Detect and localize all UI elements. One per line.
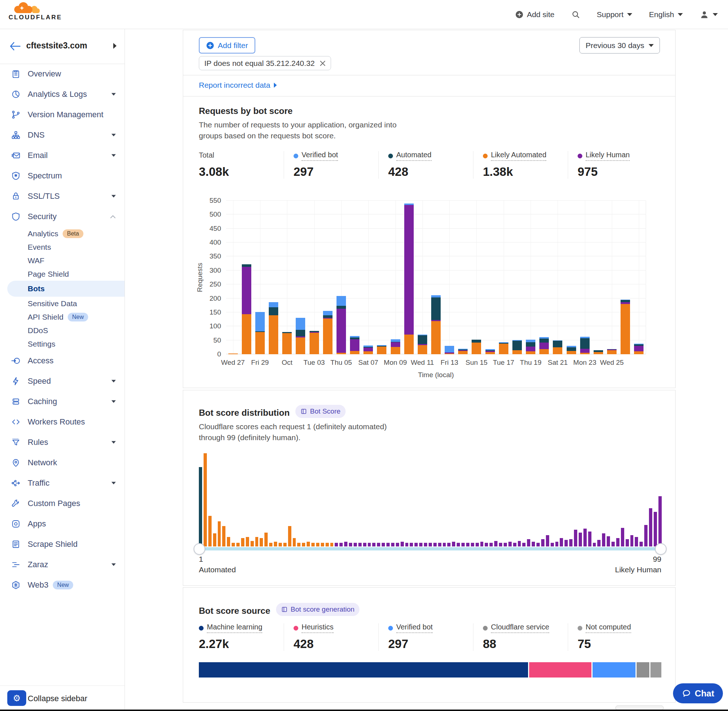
bar-segment-likely-automated bbox=[242, 314, 251, 354]
filter-chip[interactable]: IP does not equal 35.212.240.32 bbox=[199, 56, 331, 70]
sidebar-item-access[interactable]: Access bbox=[0, 351, 124, 371]
bar-segment-likely-automated bbox=[350, 351, 359, 354]
sidebar: cftestsite3.com OverviewAnalytics & Logs… bbox=[0, 29, 125, 711]
sidebar-item-sensitive-data[interactable]: Sensitive Data bbox=[0, 297, 124, 310]
sidebar-item-security[interactable]: Security bbox=[0, 207, 124, 227]
bot-score-doc-badge[interactable]: Bot Score bbox=[295, 405, 345, 418]
bar-segment-likely-automated bbox=[539, 349, 549, 354]
bar-segment-automated bbox=[472, 340, 481, 342]
sidebar-item-version-management[interactable]: Version Management bbox=[0, 105, 124, 125]
sidebar-item-waf[interactable]: WAF bbox=[0, 254, 124, 267]
chat-button[interactable]: Chat bbox=[673, 683, 723, 704]
cloudflare-logo[interactable]: CLOUDFLARE bbox=[8, 1, 63, 21]
sidebar-item-scrape-shield[interactable]: Scrape Shield bbox=[0, 534, 124, 555]
y-tick-label: 500 bbox=[210, 210, 221, 218]
sidebar-item-analytics-logs[interactable]: Analytics & Logs bbox=[0, 84, 124, 105]
back-arrow-icon[interactable] bbox=[9, 41, 21, 51]
bar-segment-likely-automated bbox=[377, 347, 386, 354]
sidebar-item-ddos[interactable]: DDoS bbox=[0, 324, 124, 337]
sidebar-item-network[interactable]: Network bbox=[0, 453, 124, 473]
sidebar-item-web3[interactable]: Web3New bbox=[0, 575, 124, 595]
sidebar-item-overview[interactable]: Overview bbox=[0, 64, 124, 84]
sidebar-item-traffic[interactable]: Traffic bbox=[0, 473, 124, 493]
stat-label[interactable]: Machine learning bbox=[207, 623, 262, 633]
stat-likely-automated: Likely Automated1.38k bbox=[473, 151, 568, 179]
pie-chart-icon bbox=[11, 90, 21, 99]
bar-segment-likely-automated bbox=[391, 347, 400, 354]
x-tick-label: Wed 25 bbox=[600, 358, 624, 367]
sidebar-item-speed[interactable]: Speed bbox=[0, 371, 124, 391]
bot-score-generation-doc-badge[interactable]: Bot score generation bbox=[276, 603, 359, 616]
sidebar-item-apps[interactable]: Apps bbox=[0, 514, 124, 534]
sidebar-item-page-shield[interactable]: Page Shield bbox=[0, 267, 124, 281]
report-incorrect-data-link[interactable]: Report incorrect data bbox=[199, 81, 277, 90]
y-tick-label: 250 bbox=[210, 280, 221, 288]
stat-value: 428 bbox=[294, 637, 378, 651]
stat-total: Total3.08k bbox=[199, 151, 284, 179]
date-range-select[interactable]: Previous 30 days bbox=[579, 37, 660, 53]
stat-label[interactable]: Verified bot bbox=[396, 623, 433, 633]
sidebar-item-caching[interactable]: Caching bbox=[0, 391, 124, 412]
sidebar-item-analytics[interactable]: AnalyticsBeta bbox=[0, 227, 124, 240]
chart-bar bbox=[499, 201, 508, 354]
account-menu[interactable] bbox=[700, 10, 718, 19]
search-button[interactable] bbox=[571, 10, 580, 19]
sidebar-item-events[interactable]: Events bbox=[0, 240, 124, 254]
slider-handle-max[interactable] bbox=[655, 543, 666, 555]
bar-segment-likely-human bbox=[391, 342, 400, 347]
add-site-button[interactable]: Add site bbox=[515, 10, 555, 19]
card-title: Requests by bot score bbox=[199, 106, 292, 116]
stat-label[interactable]: Cloudflare service bbox=[491, 623, 549, 633]
histogram-bar-score-21 bbox=[293, 538, 296, 546]
histogram-bar-score-36 bbox=[363, 543, 366, 546]
y-tick-label: 0 bbox=[217, 350, 221, 358]
chart-bar bbox=[594, 201, 603, 354]
bar-segment-likely-automated bbox=[310, 333, 319, 354]
histogram-bar-score-98 bbox=[654, 512, 657, 546]
stat-label[interactable]: Verified bot bbox=[301, 151, 338, 161]
y-tick-label: 300 bbox=[210, 267, 221, 274]
stat-value: 297 bbox=[388, 637, 473, 651]
language-menu[interactable]: English bbox=[649, 10, 683, 19]
close-icon[interactable] bbox=[320, 60, 326, 66]
sidebar-item-dns[interactable]: DNS bbox=[0, 125, 124, 145]
stat-label[interactable]: Not computed bbox=[586, 623, 631, 633]
sidebar-item-ssl-tls[interactable]: SSL/TLS bbox=[0, 186, 124, 207]
sidebar-item-settings[interactable]: Settings bbox=[0, 337, 124, 351]
stat-label[interactable]: Likely Human bbox=[586, 151, 630, 161]
cloudflare-cloud-icon bbox=[8, 1, 44, 15]
sidebar-nav: OverviewAnalytics & LogsVersion Manageme… bbox=[0, 64, 124, 595]
sidebar-item-email[interactable]: Email bbox=[0, 145, 124, 166]
support-menu[interactable]: Support bbox=[597, 10, 633, 19]
sidebar-item-spectrum[interactable]: Spectrum bbox=[0, 166, 124, 186]
site-switcher-caret-icon[interactable] bbox=[113, 43, 117, 49]
stat-label[interactable]: Heuristics bbox=[301, 623, 334, 633]
plus-circle-icon bbox=[515, 10, 523, 19]
histogram-bar-score-32 bbox=[344, 542, 347, 546]
settings-gear-button[interactable]: ⚙ bbox=[7, 690, 26, 706]
share-nodes-icon bbox=[11, 478, 21, 488]
add-filter-button[interactable]: Add filter bbox=[199, 37, 255, 53]
bar-segment-verified-bot bbox=[255, 312, 265, 331]
histogram-bar-score-42 bbox=[391, 543, 394, 546]
legend-dot bbox=[483, 626, 488, 631]
sidebar-item-workers-routes[interactable]: Workers Routes bbox=[0, 412, 124, 432]
chevron-up-icon bbox=[110, 215, 116, 218]
sidebar-item-rules[interactable]: Rules bbox=[0, 432, 124, 453]
report-row: Report incorrect data bbox=[183, 75, 676, 96]
stat-label[interactable]: Likely Automated bbox=[491, 151, 546, 161]
sidebar-item-zaraz[interactable]: Zaraz bbox=[0, 555, 124, 575]
stat-label[interactable]: Automated bbox=[396, 151, 431, 161]
bar-segment-automated bbox=[567, 347, 576, 351]
collapse-sidebar-button[interactable]: Collapse sidebar bbox=[28, 694, 87, 704]
sidebar-item-api-shield[interactable]: API ShieldNew bbox=[0, 310, 124, 324]
stat-not-computed: Not computed75 bbox=[568, 623, 663, 651]
chart-bar bbox=[363, 201, 373, 354]
slider-handle-min[interactable] bbox=[194, 543, 205, 555]
histogram-bar-score-26 bbox=[316, 543, 319, 546]
sidebar-item-bots[interactable]: Bots bbox=[7, 281, 124, 297]
score-range-slider[interactable] bbox=[199, 547, 662, 550]
beta-badge: Beta bbox=[63, 229, 83, 238]
histogram-bar-score-39 bbox=[377, 543, 380, 546]
sidebar-item-custom-pages[interactable]: Custom Pages bbox=[0, 493, 124, 514]
